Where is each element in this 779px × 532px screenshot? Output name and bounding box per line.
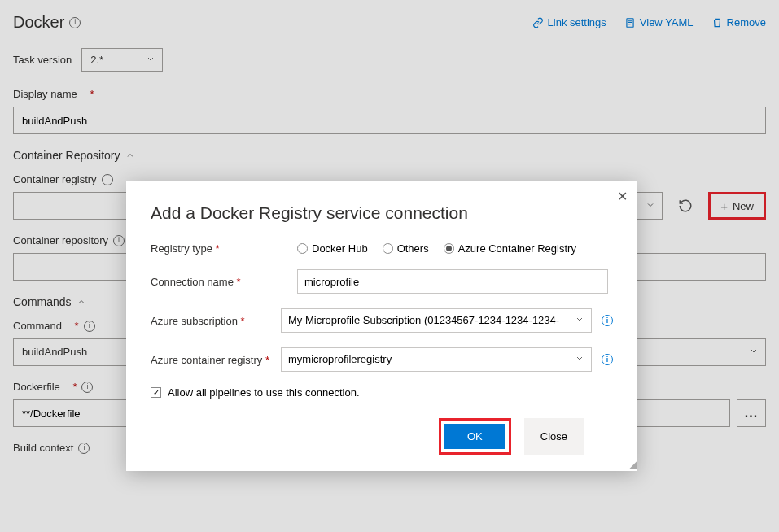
radio-others[interactable]: Others [383,242,429,255]
chevron-down-icon [575,315,584,327]
azure-registry-select[interactable]: mymicroprofileregistry [281,347,592,372]
registry-type-radios: Docker Hub Others Azure Container Regist… [297,242,613,255]
azure-registry-value: mymicroprofileregistry [288,353,392,365]
info-icon[interactable]: i [602,315,613,326]
dialog-title: Add a Docker Registry service connection [151,203,613,223]
connection-name-label: Connection name * [151,276,297,288]
ok-highlight: OK [439,418,511,455]
azure-subscription-row: Azure subscription * My Microprofile Sub… [151,308,613,333]
azure-registry-row: Azure container registry * mymicroprofil… [151,347,613,372]
connection-name-row: Connection name * [151,269,613,294]
allow-all-label: Allow all pipelines to use this connecti… [168,386,360,399]
azure-registry-label: Azure container registry * [151,354,281,366]
connection-name-input[interactable] [297,269,608,294]
allow-all-row[interactable]: ✓ Allow all pipelines to use this connec… [151,386,613,399]
azure-subscription-label: Azure subscription * [151,315,281,327]
azure-subscription-value: My Microprofile Subscription (01234567-1… [288,314,559,326]
ok-button[interactable]: OK [444,424,505,449]
azure-subscription-select[interactable]: My Microprofile Subscription (01234567-1… [281,308,592,333]
chevron-down-icon [575,354,584,366]
dialog-buttons: OK Close [151,418,613,455]
radio-docker-hub[interactable]: Docker Hub [297,242,368,255]
close-button[interactable]: Close [524,418,584,455]
resize-handle-icon[interactable]: ◢ [629,461,634,468]
service-connection-dialog: ✕ Add a Docker Registry service connecti… [126,181,637,471]
registry-type-label: Registry type * [151,242,297,255]
registry-type-row: Registry type * Docker Hub Others Azure … [151,242,613,255]
info-icon[interactable]: i [602,354,613,365]
allow-all-checkbox[interactable]: ✓ [151,387,161,398]
radio-acr[interactable]: Azure Container Registry [444,242,576,255]
dialog-close-button[interactable]: ✕ [617,189,628,204]
